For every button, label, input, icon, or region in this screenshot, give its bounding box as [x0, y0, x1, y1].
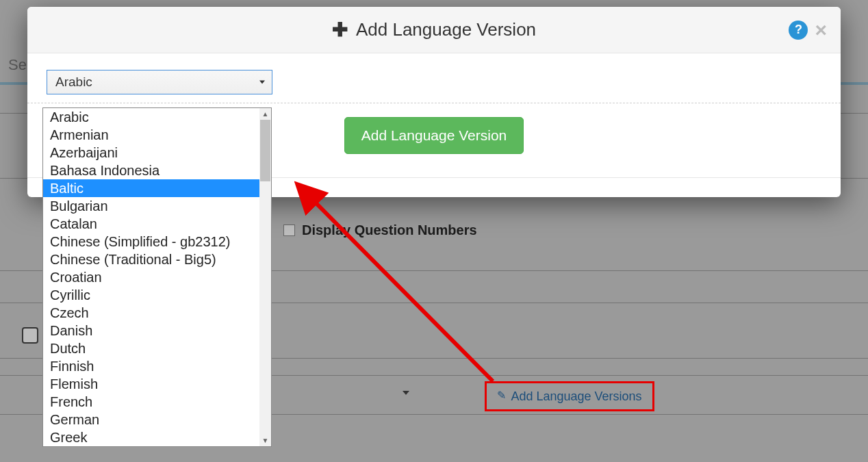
language-option[interactable]: Chinese (Simplified - gb2312) [43, 233, 271, 251]
separator-line [27, 103, 841, 103]
close-icon[interactable]: × [815, 20, 827, 40]
modal-title: ✚ Add Language Version [332, 19, 536, 40]
modal-title-text: Add Language Version [356, 19, 536, 40]
language-option[interactable]: German [43, 411, 271, 428]
display-question-numbers-label: Display Question Numbers [302, 222, 477, 238]
language-option[interactable]: Baltic [43, 179, 271, 197]
add-language-versions-link[interactable]: Add Language Versions [485, 381, 654, 411]
language-select-value: Arabic [55, 75, 92, 90]
scroll-down-icon[interactable]: ▼ [259, 435, 271, 446]
language-option[interactable]: Arabic [43, 108, 271, 126]
language-option[interactable]: Bahasa Indonesia [43, 162, 271, 179]
modal-header: ✚ Add Language Version ? × [27, 7, 841, 53]
language-option[interactable]: Greek [43, 428, 271, 446]
language-option[interactable]: Finnish [43, 357, 271, 375]
scroll-up-icon[interactable]: ▲ [259, 108, 271, 120]
listbox-scrollbar[interactable]: ▲ ▼ [259, 108, 271, 446]
scroll-thumb[interactable] [260, 120, 270, 181]
language-option[interactable]: Danish [43, 322, 271, 339]
edit-icon [497, 391, 508, 402]
display-question-numbers-row: Display Question Numbers [283, 222, 477, 238]
background-truncated-text: Se [8, 56, 27, 74]
plus-icon: ✚ [332, 21, 348, 40]
language-option[interactable]: Azerbaijani [43, 144, 271, 162]
display-question-numbers-checkbox[interactable] [283, 224, 295, 236]
language-select[interactable]: Arabic [47, 70, 272, 94]
language-select-listbox[interactable]: ArabicArmenianAzerbaijaniBahasa Indonesi… [42, 107, 272, 447]
language-option[interactable]: Czech [43, 304, 271, 322]
add-language-version-button[interactable]: Add Language Version [344, 117, 524, 154]
language-option[interactable]: Croatian [43, 268, 271, 286]
language-option[interactable]: Flemish [43, 375, 271, 393]
add-language-versions-link-label: Add Language Versions [511, 389, 641, 404]
background-checkbox[interactable] [22, 327, 38, 344]
language-option[interactable]: Cyrillic [43, 286, 271, 304]
language-option[interactable]: Chinese (Traditional - Big5) [43, 251, 271, 268]
help-icon[interactable]: ? [789, 21, 808, 40]
language-option[interactable]: Bulgarian [43, 197, 271, 215]
language-option[interactable]: Catalan [43, 215, 271, 233]
language-option[interactable]: Dutch [43, 339, 271, 357]
collapsed-select-caret-icon[interactable] [403, 391, 409, 395]
language-option[interactable]: Armenian [43, 126, 271, 144]
language-option[interactable]: French [43, 393, 271, 411]
